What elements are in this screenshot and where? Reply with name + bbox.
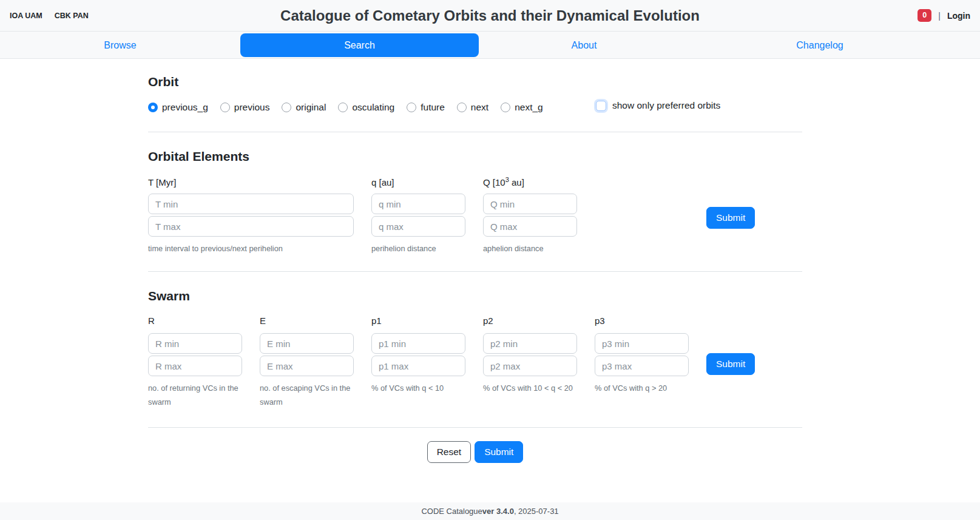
brand-link-ioa-uam[interactable]: IOA UAM [10, 12, 42, 20]
orbit-heading: Orbit [148, 59, 802, 89]
tab-search[interactable]: Search [240, 33, 479, 57]
field-t-label: T [Myr] [148, 176, 354, 187]
radio-previous-g[interactable]: previous_g [148, 102, 208, 113]
radio-icon [501, 103, 510, 112]
radio-next[interactable]: next [457, 102, 488, 113]
radio-previous[interactable]: previous [220, 102, 270, 113]
preferred-orbits-checkbox-group[interactable]: show only preferred orbits [596, 100, 720, 111]
field-q-helper: perihelion distance [371, 241, 465, 255]
p2-max-input[interactable] [483, 356, 577, 376]
footer-version: ver 3.4.0 [482, 507, 514, 516]
orbital-elements-grid: T [Myr] time interval to previous/next p… [148, 176, 802, 255]
q-aphelion-min-input[interactable] [483, 194, 577, 214]
radio-label: previous [234, 102, 270, 113]
q-max-input[interactable] [371, 216, 465, 237]
p1-max-input[interactable] [371, 356, 465, 376]
field-e-helper: no. of escaping VCs in the swarm [260, 381, 354, 409]
form-actions: Reset Submit [148, 441, 802, 463]
divider [148, 427, 802, 428]
field-p2: p2 % of VCs with 10 < q < 20 [483, 316, 577, 409]
reset-button[interactable]: Reset [427, 441, 471, 463]
q-min-input[interactable] [371, 194, 465, 214]
label-text: au] [509, 177, 524, 187]
q-aphelion-max-input[interactable] [483, 216, 577, 237]
label-text: p1 [371, 316, 382, 326]
page-title: Catalogue of Cometary Orbits and their D… [280, 7, 700, 24]
radio-next-g[interactable]: next_g [501, 102, 543, 113]
radio-label: osculating [352, 102, 394, 113]
field-p3-helper: % of VCs with q > 20 [595, 381, 689, 395]
p3-max-input[interactable] [595, 356, 689, 376]
field-q-aphelion-helper: aphelion distance [483, 241, 577, 255]
radio-selected-icon [148, 103, 158, 112]
field-p3: p3 % of VCs with q > 20 [595, 316, 689, 409]
r-min-input[interactable] [148, 333, 242, 354]
field-r-label: R [148, 316, 242, 326]
field-p2-helper: % of VCs with 10 < q < 20 [483, 381, 577, 395]
radio-osculating[interactable]: osculating [338, 102, 394, 113]
checkbox-label: show only preferred orbits [612, 100, 720, 111]
field-e: E no. of escaping VCs in the swarm [260, 316, 354, 409]
radio-icon [220, 103, 230, 112]
radio-original[interactable]: original [282, 102, 326, 113]
tab-changelog[interactable]: Changelog [689, 32, 950, 59]
content: Orbit previous_g previous original oscul… [148, 59, 802, 463]
tab-about[interactable]: About [479, 32, 689, 59]
field-t-helper: time interval to previous/next perihelio… [148, 241, 354, 255]
e-min-input[interactable] [260, 333, 354, 354]
field-q-aphelion: Q [103 au] aphelion distance [483, 176, 577, 255]
footer: CODE Catalogue ver 3.4.0, 2025-07-31 [0, 502, 980, 520]
label-text: T [Myr] [148, 177, 176, 187]
brand-links: IOA UAM CBK PAN [10, 12, 89, 20]
login-link[interactable]: Login [947, 11, 970, 21]
form-submit-button[interactable]: Submit [475, 441, 523, 463]
field-e-label: E [260, 316, 354, 326]
radio-icon [457, 103, 467, 112]
p1-min-input[interactable] [371, 333, 465, 354]
label-text: E [260, 316, 266, 326]
p2-min-input[interactable] [483, 333, 577, 354]
radio-future[interactable]: future [407, 102, 445, 113]
field-r: R no. of returning VCs in the swarm [148, 316, 242, 409]
count-badge[interactable]: 0 [917, 9, 931, 22]
tab-browse[interactable]: Browse [0, 32, 240, 59]
label-text: q [au] [371, 177, 394, 187]
field-q: q [au] perihelion distance [371, 176, 465, 255]
label-text: p2 [483, 316, 493, 326]
t-min-input[interactable] [148, 194, 354, 214]
orbital-submit-button[interactable]: Submit [706, 207, 755, 229]
brand-link-cbk-pan[interactable]: CBK PAN [55, 12, 89, 20]
field-p1-helper: % of VCs with q < 10 [371, 381, 465, 395]
radio-label: previous_g [162, 102, 208, 113]
radio-label: original [296, 102, 326, 113]
main-area: Orbit previous_g previous original oscul… [0, 59, 980, 502]
swarm-submit-button[interactable]: Submit [706, 353, 755, 375]
field-r-helper: no. of returning VCs in the swarm [148, 381, 242, 409]
radio-label: next [471, 102, 488, 113]
field-t: T [Myr] time interval to previous/next p… [148, 176, 354, 255]
field-p1-label: p1 [371, 316, 465, 326]
field-p2-label: p2 [483, 316, 577, 326]
main-nav: Browse Search About Changelog [0, 32, 980, 59]
orbital-elements-heading: Orbital Elements [148, 132, 802, 164]
field-p1: p1 % of VCs with q < 10 [371, 316, 465, 409]
page: IOA UAM CBK PAN Catalogue of Cometary Or… [0, 0, 980, 520]
field-q-label: q [au] [371, 176, 465, 187]
radio-icon [282, 103, 291, 112]
r-max-input[interactable] [148, 356, 242, 376]
radio-icon [338, 103, 348, 112]
swarm-submit-cell: Submit [706, 316, 800, 409]
e-max-input[interactable] [260, 356, 354, 376]
header-right: 0 | Login [917, 9, 970, 22]
checkbox-icon[interactable] [596, 101, 606, 111]
t-max-input[interactable] [148, 216, 354, 237]
swarm-heading: Swarm [148, 272, 802, 303]
label-text: Q [10 [483, 177, 505, 187]
footer-text-suffix: , 2025-07-31 [514, 507, 559, 516]
swarm-grid: R no. of returning VCs in the swarm E no… [148, 316, 802, 409]
orbit-radio-row: previous_g previous original osculating … [148, 101, 802, 114]
p3-min-input[interactable] [595, 333, 689, 354]
orbital-submit-cell: Submit [706, 176, 800, 255]
radio-icon [407, 103, 416, 112]
top-header: IOA UAM CBK PAN Catalogue of Cometary Or… [0, 0, 980, 32]
